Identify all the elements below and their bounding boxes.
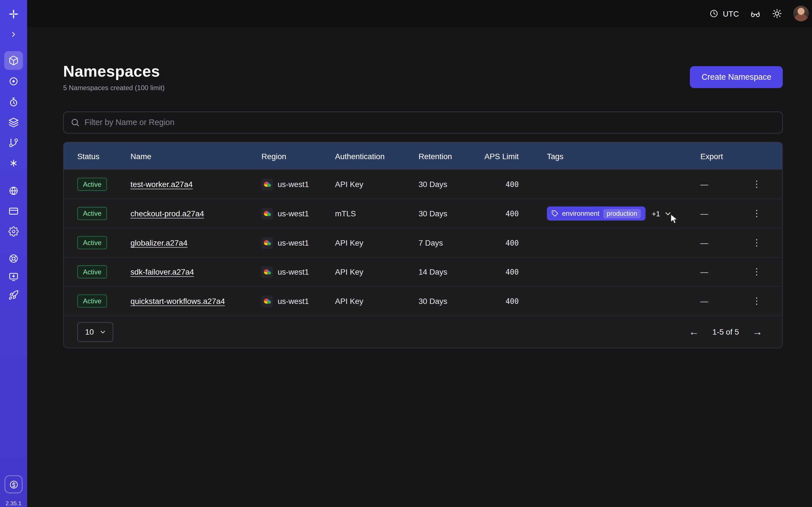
- export-value: —: [700, 209, 742, 218]
- cube-icon: [8, 55, 19, 66]
- credit-card-icon: [8, 206, 19, 216]
- row-menu-button[interactable]: ⋮: [748, 236, 765, 249]
- table-row: Active quickstart-workflows.a27a4 us-wes…: [64, 286, 782, 316]
- export-value: —: [700, 180, 742, 189]
- next-page-button[interactable]: →: [753, 327, 762, 337]
- sidebar: 2.35.1: [0, 0, 27, 507]
- status-badge: Active: [77, 265, 107, 278]
- status-badge: Active: [77, 236, 107, 249]
- col-export: Export: [700, 152, 742, 160]
- app-root: 2.35.1 UTC Namespaces 5 Namespaces creat…: [0, 0, 812, 507]
- export-value: —: [700, 268, 742, 276]
- namespace-link[interactable]: globalizer.a27a4: [131, 238, 188, 247]
- main-area: UTC Namespaces 5 Namespaces created (100…: [27, 0, 812, 507]
- tag-value: production: [603, 209, 641, 218]
- auth-label: API Key: [335, 297, 418, 305]
- region-label: us-west1: [278, 238, 309, 247]
- gcp-cloud-icon: [261, 179, 273, 190]
- concentric-circles-icon: [8, 76, 19, 87]
- namespace-link[interactable]: checkout-prod.a27a4: [131, 209, 204, 218]
- clock-icon: [709, 9, 719, 18]
- tag-pill[interactable]: environment production: [547, 207, 646, 221]
- tag-icon: [552, 210, 558, 217]
- page-size-value: 10: [85, 327, 94, 336]
- dollar-circle-icon: [9, 480, 18, 489]
- git-branch-icon: [8, 138, 19, 148]
- glasses-icon: [750, 8, 761, 19]
- search-icon: [70, 118, 80, 127]
- region-label: us-west1: [278, 180, 309, 189]
- chevron-right-icon: [9, 30, 18, 39]
- tag-key: environment: [562, 210, 599, 217]
- sidebar-item-getting-started[interactable]: [4, 268, 23, 286]
- sidebar-item-support[interactable]: [4, 249, 23, 268]
- export-value: —: [700, 238, 742, 247]
- pagination-range: 1-5 of 5: [712, 327, 739, 336]
- sun-icon: [772, 8, 782, 19]
- sidebar-item-schedules[interactable]: [4, 93, 23, 112]
- gcp-cloud-icon: [261, 266, 273, 278]
- gear-icon: [8, 226, 19, 237]
- sidebar-item-settings[interactable]: [4, 222, 23, 241]
- retention-label: 30 Days: [418, 180, 483, 189]
- retention-label: 7 Days: [418, 238, 483, 247]
- sidebar-item-deployments[interactable]: [4, 113, 23, 132]
- auth-label: API Key: [335, 180, 418, 189]
- sidebar-item-billing[interactable]: [4, 202, 23, 221]
- col-region: Region: [261, 152, 335, 160]
- filter-input[interactable]: [85, 118, 776, 127]
- sidebar-item-nexus[interactable]: [4, 154, 23, 173]
- user-avatar[interactable]: [793, 6, 809, 21]
- sidebar-item-namespaces[interactable]: [4, 51, 23, 70]
- chevron-down-icon[interactable]: [664, 209, 672, 218]
- theme-toggle-button[interactable]: [772, 8, 782, 19]
- col-aps-limit: APS Limit: [483, 152, 547, 160]
- asterisk-icon: [8, 158, 19, 168]
- namespace-link[interactable]: test-worker.a27a4: [131, 180, 193, 189]
- region-label: us-west1: [278, 209, 309, 218]
- namespace-link[interactable]: sdk-failover.a27a4: [131, 268, 194, 276]
- sidebar-item-quickstart[interactable]: [4, 286, 23, 304]
- table-row: Active sdk-failover.a27a4 us-west1 API K…: [64, 257, 782, 286]
- namespace-link[interactable]: quickstart-workflows.a27a4: [131, 297, 225, 305]
- temporal-logo-icon: [4, 5, 23, 24]
- auth-label: API Key: [335, 238, 418, 247]
- col-name: Name: [131, 152, 262, 160]
- aps-limit-value: 400: [483, 297, 547, 305]
- sidebar-expand-button[interactable]: [4, 25, 23, 44]
- region-label: us-west1: [278, 268, 309, 276]
- table-header-row: Status Name Region Authentication Retent…: [64, 142, 782, 169]
- table-footer: 10 ← 1-5 of 5 →: [64, 316, 782, 348]
- timezone-selector[interactable]: UTC: [709, 9, 739, 18]
- status-badge: Active: [77, 207, 107, 220]
- row-menu-button[interactable]: ⋮: [748, 295, 765, 307]
- filter-bar: [63, 112, 783, 133]
- col-authentication: Authentication: [335, 152, 418, 160]
- timezone-label: UTC: [723, 9, 739, 18]
- page-size-select[interactable]: 10: [77, 322, 113, 342]
- pagination: ← 1-5 of 5 →: [689, 327, 762, 337]
- usage-button[interactable]: [5, 475, 22, 493]
- labs-toggle-button[interactable]: [750, 8, 761, 19]
- retention-label: 30 Days: [418, 297, 483, 305]
- content: Namespaces 5 Namespaces created (100 lim…: [27, 62, 812, 348]
- gcp-cloud-icon: [261, 295, 273, 307]
- region-label: us-west1: [278, 297, 309, 305]
- page-header: Namespaces 5 Namespaces created (100 lim…: [63, 62, 783, 92]
- prev-page-button[interactable]: ←: [689, 327, 699, 337]
- gcp-cloud-icon: [261, 208, 273, 219]
- row-menu-button[interactable]: ⋮: [748, 265, 765, 278]
- sidebar-item-workflows[interactable]: [4, 133, 23, 152]
- row-menu-button[interactable]: ⋮: [748, 178, 765, 191]
- table-row: Active test-worker.a27a4 us-west1 API Ke…: [64, 170, 782, 199]
- status-badge: Active: [77, 178, 107, 191]
- sidebar-item-regions[interactable]: [4, 181, 23, 200]
- export-value: —: [700, 297, 742, 305]
- create-namespace-button[interactable]: Create Namespace: [690, 66, 783, 88]
- tag-extra-count: +1: [652, 209, 660, 218]
- sidebar-item-monitoring[interactable]: [4, 72, 23, 91]
- aps-limit-value: 400: [483, 209, 547, 218]
- row-menu-button[interactable]: ⋮: [748, 207, 765, 220]
- auth-label: API Key: [335, 268, 418, 276]
- version-label: 2.35.1: [0, 500, 27, 506]
